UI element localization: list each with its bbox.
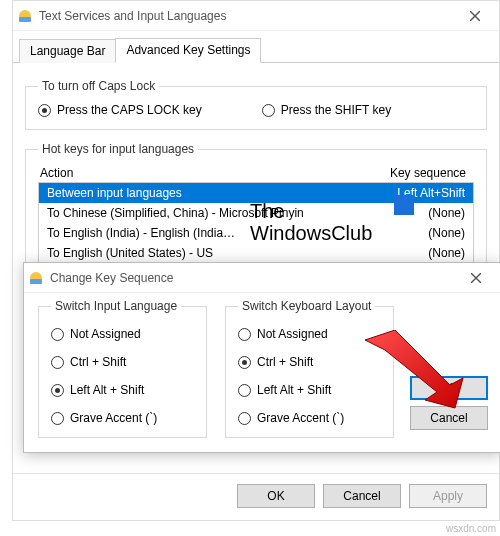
switch-input-language-group: Switch Input Language Not Assigned Ctrl … [38,299,207,438]
radio-icon [38,104,51,117]
tab-language-bar[interactable]: Language Bar [19,39,116,63]
col-action: Action [40,166,372,180]
radio-input-grave-accent[interactable]: Grave Accent (`) [51,411,194,425]
radio-label: Not Assigned [70,327,141,341]
dlg-title: Change Key Sequence [50,271,456,285]
dlg-content: Switch Input Language Not Assigned Ctrl … [24,293,500,452]
group-legend: Switch Input Language [51,299,181,313]
radio-icon [51,412,64,425]
col-key-sequence: Key sequence [372,166,472,180]
radio-icon [262,104,275,117]
keyboard-globe-icon [17,8,33,24]
cancel-button[interactable]: Cancel [323,484,401,508]
hotkey-row[interactable]: To Chinese (Simplified, China) - Microso… [39,203,473,223]
radio-input-not-assigned[interactable]: Not Assigned [51,327,194,341]
hotkey-sequence: (None) [365,206,465,220]
hotkeys-header: Action Key sequence [38,166,474,182]
radio-icon [51,384,64,397]
radio-icon [238,356,251,369]
apply-button[interactable]: Apply [409,484,487,508]
dlg-cancel-button[interactable]: Cancel [410,406,488,430]
hotkey-action: To English (India) - English (India… [47,226,365,240]
radio-icon [238,328,251,341]
switch-keyboard-layout-group: Switch Keyboard Layout Not Assigned Ctrl… [225,299,394,438]
group-legend: Switch Keyboard Layout [238,299,375,313]
close-icon [471,273,481,283]
hotkey-sequence: (None) [365,246,465,260]
dlg-close-button[interactable] [456,264,496,292]
dlg-button-column: OK Cancel [410,299,488,438]
main-button-row: OK Cancel Apply [13,473,499,520]
radio-label: Ctrl + Shift [257,355,313,369]
radio-label: Press the CAPS LOCK key [57,103,202,117]
radio-icon [238,384,251,397]
caps-lock-group: To turn off Caps Lock Press the CAPS LOC… [25,79,487,130]
close-icon [470,11,480,21]
radio-label: Ctrl + Shift [70,355,126,369]
radio-shift-key[interactable]: Press the SHIFT key [262,103,391,117]
svg-rect-1 [19,17,31,22]
main-close-button[interactable] [455,2,495,30]
dlg-ok-button[interactable]: OK [410,376,488,400]
radio-layout-not-assigned[interactable]: Not Assigned [238,327,381,341]
radio-label: Not Assigned [257,327,328,341]
hotkey-sequence: Left Alt+Shift [365,186,465,200]
hotkey-action: To English (United States) - US [47,246,365,260]
main-titlebar: Text Services and Input Languages [13,1,499,31]
hotkeys-group: Hot keys for input languages Action Key … [25,142,487,271]
radio-label: Grave Accent (`) [257,411,344,425]
tab-strip: Language Bar Advanced Key Settings [13,31,499,63]
hotkey-row[interactable]: To English (India) - English (India… (No… [39,223,473,243]
svg-rect-5 [30,279,42,284]
radio-icon [51,328,64,341]
source-credit: wsxdn.com [446,523,496,534]
radio-input-left-alt-shift[interactable]: Left Alt + Shift [51,383,194,397]
hotkey-action: Between input languages [47,186,365,200]
tab-advanced-key-settings[interactable]: Advanced Key Settings [115,38,261,63]
radio-layout-left-alt-shift[interactable]: Left Alt + Shift [238,383,381,397]
radio-label: Left Alt + Shift [70,383,144,397]
hotkey-row[interactable]: To English (United States) - US (None) [39,243,473,263]
radio-input-ctrl-shift[interactable]: Ctrl + Shift [51,355,194,369]
radio-layout-ctrl-shift[interactable]: Ctrl + Shift [238,355,381,369]
caps-lock-legend: To turn off Caps Lock [38,79,159,93]
radio-icon [51,356,64,369]
change-key-sequence-dialog: Change Key Sequence Switch Input Languag… [23,262,500,453]
hotkeys-list[interactable]: Between input languages Left Alt+Shift T… [38,182,474,264]
hotkeys-legend: Hot keys for input languages [38,142,198,156]
radio-icon [238,412,251,425]
ok-button[interactable]: OK [237,484,315,508]
radio-layout-grave-accent[interactable]: Grave Accent (`) [238,411,381,425]
radio-label: Press the SHIFT key [281,103,391,117]
hotkey-action: To Chinese (Simplified, China) - Microso… [47,206,365,220]
hotkey-sequence: (None) [365,226,465,240]
hotkey-row[interactable]: Between input languages Left Alt+Shift [39,183,473,203]
radio-label: Left Alt + Shift [257,383,331,397]
radio-caps-lock-key[interactable]: Press the CAPS LOCK key [38,103,202,117]
dlg-titlebar: Change Key Sequence [24,263,500,293]
radio-label: Grave Accent (`) [70,411,157,425]
keyboard-globe-icon [28,270,44,286]
main-title: Text Services and Input Languages [39,9,455,23]
